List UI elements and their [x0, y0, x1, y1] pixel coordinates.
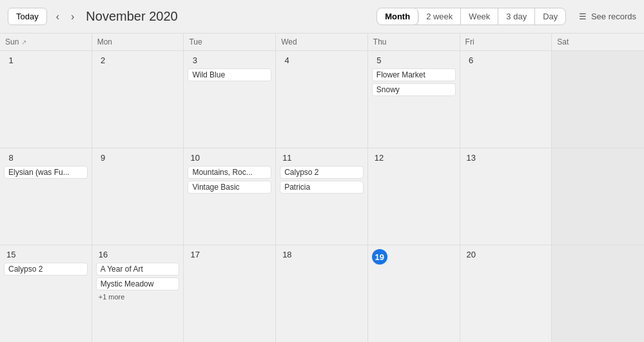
prev-button[interactable]: ‹ — [54, 10, 62, 24]
week-row-3: 15 Calypso 2 16 A Year of Art Mystic Mea… — [0, 245, 644, 342]
day-header-tue: Tue — [184, 34, 276, 50]
calendar: Sun ↗ Mon Tue Wed Thu Fri Sat 1 2 3 Wild… — [0, 34, 644, 342]
more-events-link[interactable]: +1 more — [96, 292, 180, 301]
see-records-button[interactable]: ☰ See records — [579, 12, 636, 21]
day-number: 13 — [464, 152, 478, 163]
day-number: 8 — [4, 152, 18, 163]
view-2week[interactable]: 2 week — [418, 8, 461, 25]
day-number: 17 — [188, 249, 202, 260]
today-button[interactable]: Today — [8, 8, 47, 25]
day-number: 12 — [372, 152, 386, 163]
event-patricia[interactable]: Patricia — [280, 181, 364, 194]
day-cell-9: 9 — [92, 148, 184, 245]
weeks-container: 1 2 3 Wild Blue 4 5 Flower Market Snowy … — [0, 51, 644, 342]
day-header-mon: Mon — [92, 34, 184, 50]
day-cell-sat-1 — [552, 51, 644, 148]
event-calypso-2-nov11[interactable]: Calypso 2 — [280, 166, 364, 179]
day-cell-4: 4 — [276, 51, 368, 148]
event-wild-blue[interactable]: Wild Blue — [188, 68, 271, 81]
day-number: 4 — [280, 55, 294, 66]
day-number: 5 — [372, 55, 386, 66]
view-day[interactable]: Day — [535, 8, 565, 25]
day-cell-sat-2 — [552, 148, 644, 245]
event-year-of-art[interactable]: A Year of Art — [96, 263, 180, 276]
event-mountains[interactable]: Mountains, Roc... — [188, 166, 271, 179]
view-month[interactable]: Month — [377, 8, 418, 25]
month-title: November 2020 — [86, 9, 370, 24]
day-cell-sat-3 — [552, 245, 644, 342]
day-number: 1 — [4, 55, 18, 66]
day-cell-1: 1 — [0, 51, 92, 148]
day-number: 9 — [96, 152, 110, 163]
day-number: 18 — [280, 249, 294, 260]
day-header-fri: Fri — [460, 34, 552, 50]
day-cell-12: 12 — [368, 148, 460, 245]
day-cell-19: 19 — [368, 245, 460, 342]
event-flower-market[interactable]: Flower Market — [372, 68, 456, 81]
day-headers: Sun ↗ Mon Tue Wed Thu Fri Sat — [0, 34, 644, 51]
view-switcher: Month 2 week Week 3 day Day — [376, 8, 566, 25]
event-vintage-basic[interactable]: Vintage Basic — [188, 181, 271, 194]
day-header-thu: Thu — [368, 34, 460, 50]
event-calypso-2-nov15[interactable]: Calypso 2 — [4, 263, 88, 276]
view-3day[interactable]: 3 day — [498, 8, 535, 25]
day-header-wed: Wed — [276, 34, 368, 50]
day-cell-20: 20 — [460, 245, 552, 342]
day-cell-15: 15 Calypso 2 — [0, 245, 92, 342]
day-cell-8: 8 Elysian (was Fu... — [0, 148, 92, 245]
day-header-sun: Sun ↗ — [0, 34, 92, 50]
view-week[interactable]: Week — [461, 8, 498, 25]
day-number: 6 — [464, 55, 478, 66]
day-cell-16: 16 A Year of Art Mystic Meadow +1 more — [92, 245, 184, 342]
day-cell-17: 17 — [184, 245, 276, 342]
day-number: 2 — [96, 55, 110, 66]
day-cell-6: 6 — [460, 51, 552, 148]
day-number: 11 — [280, 152, 294, 163]
day-number: 3 — [188, 55, 202, 66]
day-number: 16 — [96, 249, 110, 260]
top-bar: Today ‹ › November 2020 Month 2 week Wee… — [0, 0, 644, 34]
day-number: 20 — [464, 249, 478, 260]
event-elysian[interactable]: Elysian (was Fu... — [4, 166, 88, 179]
event-mystic-meadow[interactable]: Mystic Meadow — [96, 277, 180, 290]
day-cell-13: 13 — [460, 148, 552, 245]
day-number: 15 — [4, 249, 18, 260]
sort-icon: ↗ — [21, 39, 26, 46]
week-row-1: 1 2 3 Wild Blue 4 5 Flower Market Snowy … — [0, 51, 644, 148]
day-number-today: 19 — [372, 249, 387, 265]
day-header-sat: Sat — [552, 34, 644, 50]
day-cell-5: 5 Flower Market Snowy — [368, 51, 460, 148]
day-number: 10 — [188, 152, 202, 163]
day-cell-3: 3 Wild Blue — [184, 51, 276, 148]
hamburger-icon: ☰ — [579, 12, 587, 21]
next-button[interactable]: › — [68, 10, 77, 24]
event-snowy[interactable]: Snowy — [372, 83, 456, 96]
day-cell-10: 10 Mountains, Roc... Vintage Basic — [184, 148, 276, 245]
week-row-2: 8 Elysian (was Fu... 9 10 Mountains, Roc… — [0, 148, 644, 246]
day-cell-18: 18 — [276, 245, 368, 342]
day-cell-2: 2 — [92, 51, 184, 148]
day-cell-11: 11 Calypso 2 Patricia — [276, 148, 368, 245]
